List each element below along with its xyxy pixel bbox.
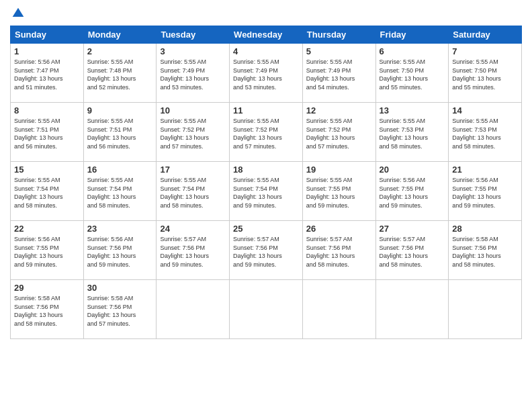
day-info: Sunrise: 5:56 AMSunset: 7:47 PMDaylight:… <box>14 58 80 91</box>
day-number: 30 <box>87 283 153 293</box>
day-info: Sunrise: 5:55 AMSunset: 7:53 PMDaylight:… <box>380 117 445 150</box>
day-number: 22 <box>14 224 80 234</box>
day-info: Sunrise: 5:55 AMSunset: 7:54 PMDaylight:… <box>233 176 299 210</box>
calendar-week-4: 22Sunrise: 5:56 AMSunset: 7:55 PMDayligh… <box>11 221 522 280</box>
calendar-header-friday: Friday <box>375 26 449 44</box>
day-info: Sunrise: 5:57 AMSunset: 7:56 PMDaylight:… <box>233 235 299 269</box>
day-info: Sunrise: 5:55 AMSunset: 7:49 PMDaylight:… <box>233 58 299 91</box>
calendar-cell: 28Sunrise: 5:58 AMSunset: 7:56 PMDayligh… <box>449 221 522 280</box>
calendar-cell <box>375 280 449 339</box>
day-number: 19 <box>306 165 372 175</box>
page-container: SundayMondayTuesdayWednesdayThursdayFrid… <box>0 0 532 411</box>
day-info: Sunrise: 5:57 AMSunset: 7:56 PMDaylight:… <box>160 235 226 269</box>
day-info: Sunrise: 5:55 AMSunset: 7:51 PMDaylight:… <box>87 117 153 150</box>
calendar-cell: 10Sunrise: 5:55 AMSunset: 7:52 PMDayligh… <box>157 103 230 162</box>
calendar-cell: 11Sunrise: 5:55 AMSunset: 7:52 PMDayligh… <box>230 103 303 162</box>
day-info: Sunrise: 5:55 AMSunset: 7:50 PMDaylight:… <box>452 58 518 91</box>
calendar-cell: 19Sunrise: 5:55 AMSunset: 7:55 PMDayligh… <box>302 162 375 221</box>
day-info: Sunrise: 5:55 AMSunset: 7:50 PMDaylight:… <box>380 58 445 91</box>
day-number: 8 <box>14 105 80 116</box>
day-number: 16 <box>87 165 153 175</box>
calendar-cell: 15Sunrise: 5:55 AMSunset: 7:54 PMDayligh… <box>11 162 84 221</box>
calendar-cell: 9Sunrise: 5:55 AMSunset: 7:51 PMDaylight… <box>83 103 157 162</box>
calendar-cell <box>449 280 522 339</box>
calendar-cell <box>302 280 375 339</box>
day-info: Sunrise: 5:55 AMSunset: 7:52 PMDaylight:… <box>233 117 299 150</box>
day-number: 6 <box>380 46 445 56</box>
day-info: Sunrise: 5:57 AMSunset: 7:56 PMDaylight:… <box>380 235 445 269</box>
day-number: 24 <box>160 224 226 234</box>
day-number: 4 <box>233 46 299 56</box>
calendar-header-wednesday: Wednesday <box>230 26 303 44</box>
day-info: Sunrise: 5:55 AMSunset: 7:54 PMDaylight:… <box>14 176 80 210</box>
calendar-cell: 3Sunrise: 5:55 AMSunset: 7:49 PMDaylight… <box>157 44 230 103</box>
logo <box>10 7 25 20</box>
calendar-header-monday: Monday <box>83 26 157 44</box>
calendar-cell: 24Sunrise: 5:57 AMSunset: 7:56 PMDayligh… <box>157 221 230 280</box>
day-info: Sunrise: 5:55 AMSunset: 7:52 PMDaylight:… <box>306 117 372 150</box>
day-number: 26 <box>306 224 372 234</box>
day-info: Sunrise: 5:55 AMSunset: 7:54 PMDaylight:… <box>87 176 153 210</box>
day-number: 3 <box>160 46 226 56</box>
day-info: Sunrise: 5:56 AMSunset: 7:55 PMDaylight:… <box>380 176 445 210</box>
day-number: 27 <box>380 224 445 234</box>
day-number: 14 <box>452 105 518 116</box>
calendar-cell <box>230 280 303 339</box>
calendar-cell: 26Sunrise: 5:57 AMSunset: 7:56 PMDayligh… <box>302 221 375 280</box>
day-number: 13 <box>380 105 445 116</box>
day-info: Sunrise: 5:58 AMSunset: 7:56 PMDaylight:… <box>14 294 80 328</box>
day-info: Sunrise: 5:57 AMSunset: 7:56 PMDaylight:… <box>306 235 372 269</box>
calendar-cell: 6Sunrise: 5:55 AMSunset: 7:50 PMDaylight… <box>375 44 449 103</box>
day-number: 17 <box>160 165 226 175</box>
calendar-cell: 5Sunrise: 5:55 AMSunset: 7:49 PMDaylight… <box>302 44 375 103</box>
calendar-header-thursday: Thursday <box>302 26 375 44</box>
calendar-header-sunday: Sunday <box>11 26 84 44</box>
day-number: 9 <box>87 105 153 116</box>
day-number: 10 <box>160 105 226 116</box>
calendar-cell: 18Sunrise: 5:55 AMSunset: 7:54 PMDayligh… <box>230 162 303 221</box>
day-info: Sunrise: 5:55 AMSunset: 7:48 PMDaylight:… <box>87 58 153 91</box>
calendar-cell: 29Sunrise: 5:58 AMSunset: 7:56 PMDayligh… <box>11 280 84 339</box>
calendar-cell: 30Sunrise: 5:58 AMSunset: 7:56 PMDayligh… <box>83 280 157 339</box>
day-number: 28 <box>452 224 518 234</box>
calendar-week-2: 8Sunrise: 5:55 AMSunset: 7:51 PMDaylight… <box>11 103 522 162</box>
calendar-cell: 4Sunrise: 5:55 AMSunset: 7:49 PMDaylight… <box>230 44 303 103</box>
calendar-cell: 8Sunrise: 5:55 AMSunset: 7:51 PMDaylight… <box>11 103 84 162</box>
svg-marker-0 <box>13 8 24 17</box>
calendar-cell: 20Sunrise: 5:56 AMSunset: 7:55 PMDayligh… <box>375 162 449 221</box>
calendar-cell: 13Sunrise: 5:55 AMSunset: 7:53 PMDayligh… <box>375 103 449 162</box>
day-info: Sunrise: 5:55 AMSunset: 7:54 PMDaylight:… <box>160 176 226 210</box>
day-info: Sunrise: 5:55 AMSunset: 7:52 PMDaylight:… <box>160 117 226 150</box>
logo-icon <box>11 7 25 20</box>
calendar-header-saturday: Saturday <box>449 26 522 44</box>
calendar-week-1: 1Sunrise: 5:56 AMSunset: 7:47 PMDaylight… <box>11 44 522 103</box>
calendar-cell: 22Sunrise: 5:56 AMSunset: 7:55 PMDayligh… <box>11 221 84 280</box>
day-number: 15 <box>14 165 80 175</box>
day-number: 25 <box>233 224 299 234</box>
day-info: Sunrise: 5:55 AMSunset: 7:53 PMDaylight:… <box>452 117 518 150</box>
day-info: Sunrise: 5:56 AMSunset: 7:55 PMDaylight:… <box>452 176 518 210</box>
day-number: 2 <box>87 46 153 56</box>
calendar-header-tuesday: Tuesday <box>157 26 230 44</box>
day-number: 23 <box>87 224 153 234</box>
calendar-cell <box>157 280 230 339</box>
day-number: 12 <box>306 105 372 116</box>
calendar-cell: 23Sunrise: 5:56 AMSunset: 7:56 PMDayligh… <box>83 221 157 280</box>
day-info: Sunrise: 5:55 AMSunset: 7:55 PMDaylight:… <box>306 176 372 210</box>
calendar-cell: 2Sunrise: 5:55 AMSunset: 7:48 PMDaylight… <box>83 44 157 103</box>
calendar-cell: 12Sunrise: 5:55 AMSunset: 7:52 PMDayligh… <box>302 103 375 162</box>
day-info: Sunrise: 5:55 AMSunset: 7:49 PMDaylight:… <box>306 58 372 91</box>
calendar: SundayMondayTuesdayWednesdayThursdayFrid… <box>10 26 522 339</box>
calendar-week-3: 15Sunrise: 5:55 AMSunset: 7:54 PMDayligh… <box>11 162 522 221</box>
day-number: 21 <box>452 165 518 175</box>
calendar-cell: 21Sunrise: 5:56 AMSunset: 7:55 PMDayligh… <box>449 162 522 221</box>
calendar-cell: 27Sunrise: 5:57 AMSunset: 7:56 PMDayligh… <box>375 221 449 280</box>
day-info: Sunrise: 5:55 AMSunset: 7:49 PMDaylight:… <box>160 58 226 91</box>
header <box>10 7 522 20</box>
calendar-header-row: SundayMondayTuesdayWednesdayThursdayFrid… <box>11 26 522 44</box>
calendar-cell: 7Sunrise: 5:55 AMSunset: 7:50 PMDaylight… <box>449 44 522 103</box>
day-info: Sunrise: 5:58 AMSunset: 7:56 PMDaylight:… <box>87 294 153 328</box>
day-info: Sunrise: 5:58 AMSunset: 7:56 PMDaylight:… <box>452 235 518 269</box>
day-info: Sunrise: 5:55 AMSunset: 7:51 PMDaylight:… <box>14 117 80 150</box>
day-number: 7 <box>452 46 518 56</box>
